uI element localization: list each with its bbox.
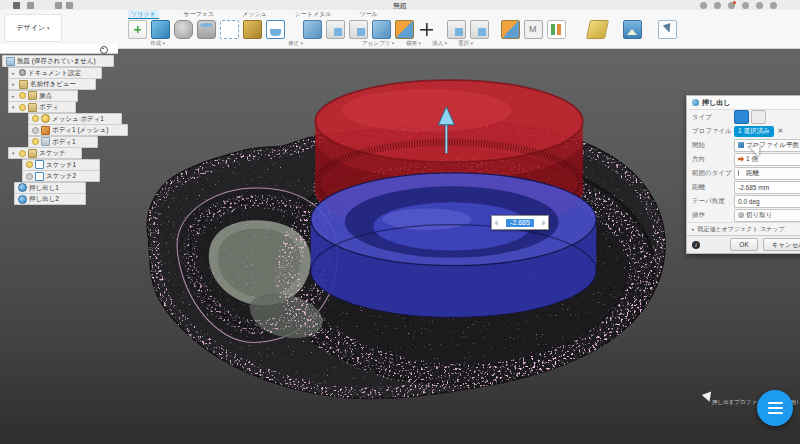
extrude-target-blue[interactable]: [311, 173, 596, 317]
3d-scene: [0, 48, 800, 444]
select-icon[interactable]: [658, 20, 677, 39]
split-body-icon[interactable]: [395, 20, 414, 39]
row-start: 開始 プロファイル平面▾: [687, 138, 800, 152]
browser-row-body1[interactable]: ボディ1: [28, 136, 98, 148]
browser-row-sketch2[interactable]: スケッチ2: [22, 170, 100, 182]
target-icon[interactable]: [100, 46, 108, 54]
workspace-label: デザイン: [16, 23, 45, 33]
folder-icon: [28, 91, 37, 100]
construct-plane-icon[interactable]: [586, 20, 609, 39]
shell-icon[interactable]: [266, 20, 285, 39]
fillet-icon[interactable]: [326, 20, 345, 39]
browser-header[interactable]: [0, 44, 118, 54]
tab-tools[interactable]: ツール: [356, 10, 380, 19]
group-assemble[interactable]: アセンブリ ▾: [362, 40, 394, 47]
browser-row-sketches[interactable]: ▾スケッチ: [8, 147, 82, 159]
folder-icon: [28, 103, 37, 112]
visibility-bulb-icon[interactable]: [32, 138, 39, 145]
browser-row-mesh-body[interactable]: メッシュ ボディ1: [28, 113, 122, 125]
group-create[interactable]: 作成 ▾: [150, 40, 165, 47]
ok-button[interactable]: OK: [730, 238, 757, 251]
create-cylinder-icon[interactable]: [197, 20, 216, 39]
visibility-bulb-icon[interactable]: [19, 104, 26, 111]
create-sketch-icon[interactable]: [128, 20, 147, 39]
chamfer-icon[interactable]: [349, 20, 368, 39]
profile-selection-chip[interactable]: 1 選択済み: [734, 126, 774, 137]
browser-row-bodies[interactable]: ▾ボディ: [8, 101, 76, 113]
extent-type-dropdown[interactable]: 距離▾: [734, 167, 800, 180]
physical-material-icon[interactable]: [470, 20, 489, 39]
visibility-bulb-icon[interactable]: [32, 115, 39, 122]
settings-gear-icon[interactable]: [770, 2, 777, 9]
clear-selection-icon[interactable]: ✕: [778, 127, 784, 135]
dialog-header[interactable]: 押し出し: [687, 96, 800, 110]
taper-angle-field[interactable]: 0.0 deg: [734, 195, 800, 208]
browser-row-root[interactable]: 無題 (保存されていません): [2, 55, 114, 67]
folder-icon: [19, 80, 28, 89]
align-icon[interactable]: [447, 20, 466, 39]
distance-input[interactable]: -2.685: [491, 215, 549, 230]
joint-icon[interactable]: [501, 20, 520, 39]
combine-icon[interactable]: [372, 20, 391, 39]
sketch-icon: [35, 160, 44, 169]
direction-dropdown[interactable]: 1 側▾: [734, 153, 800, 166]
sweep-icon[interactable]: [243, 20, 262, 39]
one-side-icon: [738, 156, 744, 162]
group-insert[interactable]: 挿入 ▾: [432, 40, 447, 47]
group-select[interactable]: 選択 ▾: [458, 40, 473, 47]
create-box-icon[interactable]: [151, 20, 170, 39]
caret-down-icon: ▾: [47, 25, 50, 31]
extrude-command-icon: [692, 99, 699, 106]
distance-field[interactable]: -2.685 mm: [734, 181, 800, 194]
sketch-icon: [35, 172, 44, 181]
type-thin-extrude-button[interactable]: [751, 110, 766, 124]
info-icon[interactable]: i: [692, 241, 700, 249]
pattern-icon[interactable]: [547, 20, 566, 39]
browser-row-named-views[interactable]: ▸名前付きビュー: [8, 78, 96, 90]
group-modify[interactable]: 修正 ▾: [288, 40, 303, 47]
spinner-right-icon[interactable]: [542, 220, 546, 226]
extensions-icon[interactable]: [700, 2, 707, 9]
folder-icon: [28, 149, 37, 158]
visibility-bulb-icon[interactable]: [19, 92, 26, 99]
mirror-icon[interactable]: [524, 20, 543, 39]
notification-bell-icon[interactable]: [728, 2, 735, 9]
browser-row-extrude2[interactable]: 押し出し2: [14, 193, 86, 205]
create-form-icon[interactable]: [174, 20, 193, 39]
browser-row-extrude1[interactable]: 押し出し1: [14, 182, 86, 194]
press-pull-icon[interactable]: [303, 20, 322, 39]
job-status-icon[interactable]: [714, 2, 721, 9]
tab-sheetmetal[interactable]: シートメタル: [292, 10, 335, 19]
cancel-button[interactable]: キャンセル: [763, 238, 800, 251]
tab-solid[interactable]: ソリッド: [128, 10, 159, 19]
operation-dropdown[interactable]: 切り取り▾: [734, 209, 800, 222]
visibility-bulb-icon[interactable]: [32, 127, 39, 134]
browser-row-body1-mesh[interactable]: ボディ1 (メッシュ): [28, 124, 128, 136]
group-construct[interactable]: 構築 ▾: [406, 40, 421, 47]
defaults-expander[interactable]: ▸ 既定値とオブジェクト スナップ: [687, 222, 800, 235]
row-profile: プロファイル 1 選択済み ✕: [687, 124, 800, 138]
visibility-bulb-icon[interactable]: [26, 161, 33, 168]
row-distance: 距離 -2.685 mm: [687, 180, 800, 194]
start-dropdown[interactable]: プロファイル平面▾: [734, 139, 800, 152]
cut-operation-icon: [738, 212, 744, 218]
browser-row-origin[interactable]: ▸原点: [8, 90, 78, 102]
help-icon[interactable]: [756, 2, 763, 9]
tab-surface[interactable]: サーフェス: [181, 10, 218, 19]
browser-row-document-settings[interactable]: ▸ドキュメント設定: [8, 67, 102, 79]
hamburger-icon: [768, 402, 783, 404]
derive-icon[interactable]: [220, 20, 239, 39]
type-extrude-button[interactable]: [734, 110, 749, 124]
user-avatar[interactable]: [742, 2, 749, 9]
menu-fab[interactable]: [757, 390, 793, 426]
spinner-left-icon[interactable]: [494, 220, 498, 226]
viewport[interactable]: -2.685 押し出すプロファイルまたは平面を選択: [0, 48, 800, 444]
browser-row-sketch1[interactable]: スケッチ1: [22, 159, 100, 171]
visibility-bulb-icon[interactable]: [19, 150, 26, 157]
tab-mesh[interactable]: メッシュ: [239, 10, 270, 19]
visibility-bulb-icon[interactable]: [26, 173, 33, 180]
insert-canvas-icon[interactable]: [623, 20, 642, 39]
body-icon: [41, 126, 50, 135]
workspace-switcher[interactable]: デザイン ▾: [4, 14, 62, 42]
move-copy-icon[interactable]: [418, 21, 435, 38]
